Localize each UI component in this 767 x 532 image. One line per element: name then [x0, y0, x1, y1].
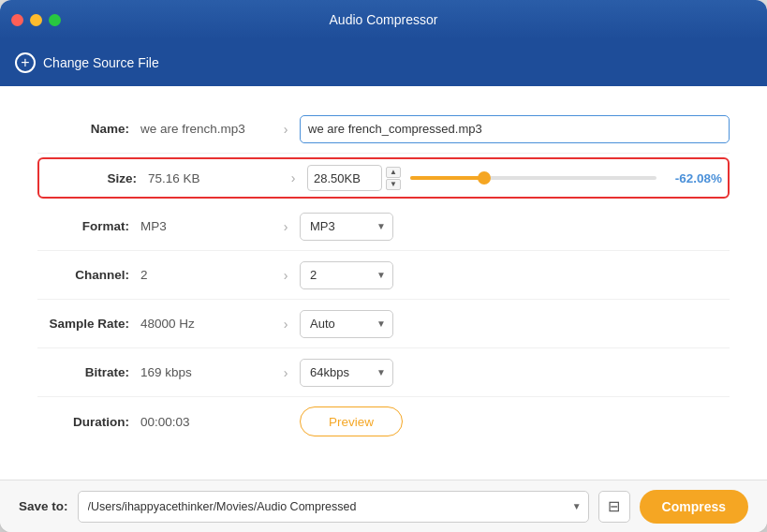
- content-area: Name: we are french.mp3 › Size: 75.16 KB…: [0, 86, 767, 480]
- change-source-button[interactable]: + Change Source File: [15, 52, 159, 73]
- bitrate-row: Bitrate: 169 kbps › 32kbps 64kbps 128kbp…: [37, 348, 730, 397]
- maximize-button[interactable]: [49, 14, 61, 26]
- bitrate-label: Bitrate:: [37, 365, 140, 379]
- bitrate-original: 169 kbps: [140, 365, 272, 379]
- channel-select-wrap: 1 2 ▼: [300, 261, 393, 289]
- name-original: we are french.mp3: [140, 122, 272, 136]
- size-label: Size:: [45, 171, 148, 185]
- bitrate-control: 32kbps 64kbps 128kbps 192kbps 256kbps 32…: [300, 359, 730, 387]
- format-label: Format:: [37, 219, 140, 233]
- minimize-button[interactable]: [30, 14, 42, 26]
- size-percent: -62.08%: [666, 171, 722, 185]
- name-output-input[interactable]: [300, 115, 730, 143]
- save-path-wrap: /Users/ihappyacethinker/Movies/Audio Com…: [78, 491, 589, 523]
- preview-button[interactable]: Preview: [300, 406, 403, 436]
- change-source-label: Change Source File: [43, 55, 159, 70]
- size-spinner: ▲ ▼: [386, 167, 401, 190]
- bitrate-select-wrap: 32kbps 64kbps 128kbps 192kbps 256kbps 32…: [300, 359, 393, 387]
- format-select-wrap: MP3 AAC WAV FLAC OGG ▼: [300, 213, 393, 241]
- sample-rate-row: Sample Rate: 48000 Hz › Auto 44100 Hz 48…: [37, 300, 730, 348]
- duration-control: Preview: [300, 406, 730, 436]
- sample-rate-control: Auto 44100 Hz 48000 Hz 96000 Hz ▼: [300, 310, 730, 338]
- size-input-wrap: ▲ ▼: [307, 165, 401, 191]
- channel-row: Channel: 2 › 1 2 ▼: [37, 251, 730, 300]
- compress-button[interactable]: Compress: [640, 490, 748, 524]
- title-bar: Audio Compressor: [0, 0, 767, 39]
- size-slider-wrap: -62.08%: [410, 171, 722, 185]
- name-row: Name: we are french.mp3 ›: [37, 105, 730, 154]
- channel-control: 1 2 ▼: [300, 261, 730, 289]
- duration-original: 00:00:03: [140, 415, 272, 429]
- size-control: ▲ ▼ -62.08%: [307, 165, 722, 191]
- sample-rate-select-wrap: Auto 44100 Hz 48000 Hz 96000 Hz ▼: [300, 310, 393, 338]
- spin-down-button[interactable]: ▼: [386, 179, 401, 190]
- bottom-bar: Save to: /Users/ihappyacethinker/Movies/…: [0, 480, 767, 532]
- size-output-input[interactable]: [307, 165, 382, 191]
- format-select[interactable]: MP3 AAC WAV FLAC OGG: [300, 213, 393, 241]
- sample-rate-select[interactable]: Auto 44100 Hz 48000 Hz 96000 Hz: [300, 310, 393, 338]
- format-arrow: ›: [272, 219, 300, 234]
- size-arrow: ›: [279, 170, 307, 185]
- duration-label: Duration:: [37, 415, 140, 429]
- size-original: 75.16 KB: [148, 171, 279, 185]
- window-title: Audio Compressor: [330, 12, 438, 27]
- bitrate-select[interactable]: 32kbps 64kbps 128kbps 192kbps 256kbps 32…: [300, 359, 393, 387]
- spin-up-button[interactable]: ▲: [386, 167, 401, 178]
- save-to-label: Save to:: [19, 499, 68, 513]
- size-row: Size: 75.16 KB › ▲ ▼ -62.08%: [37, 157, 730, 199]
- channel-arrow: ›: [272, 268, 300, 283]
- save-path-select[interactable]: /Users/ihappyacethinker/Movies/Audio Com…: [78, 491, 589, 523]
- channel-select[interactable]: 1 2: [300, 261, 393, 289]
- sample-rate-original: 48000 Hz: [140, 317, 272, 331]
- duration-row: Duration: 00:00:03 › Preview: [37, 397, 730, 446]
- size-slider-fill: [410, 176, 484, 180]
- bitrate-arrow: ›: [272, 365, 300, 380]
- folder-icon: ⊟: [608, 497, 620, 515]
- traffic-lights: [11, 14, 61, 26]
- plus-circle-icon: +: [15, 52, 36, 73]
- name-label: Name:: [37, 122, 140, 136]
- app-window: Audio Compressor + Change Source File Na…: [0, 0, 767, 532]
- format-original: MP3: [140, 219, 272, 233]
- size-slider-track[interactable]: [410, 176, 656, 180]
- sample-rate-arrow: ›: [272, 317, 300, 332]
- name-control: [300, 115, 730, 143]
- size-slider-thumb[interactable]: [478, 171, 491, 185]
- sample-rate-label: Sample Rate:: [37, 317, 140, 331]
- close-button[interactable]: [11, 14, 23, 26]
- toolbar: + Change Source File: [0, 39, 767, 86]
- format-control: MP3 AAC WAV FLAC OGG ▼: [300, 213, 730, 241]
- name-arrow: ›: [272, 122, 300, 137]
- folder-button[interactable]: ⊟: [598, 491, 630, 523]
- channel-label: Channel:: [37, 268, 140, 282]
- format-row: Format: MP3 › MP3 AAC WAV FLAC OGG ▼: [37, 202, 730, 251]
- channel-original: 2: [140, 268, 272, 282]
